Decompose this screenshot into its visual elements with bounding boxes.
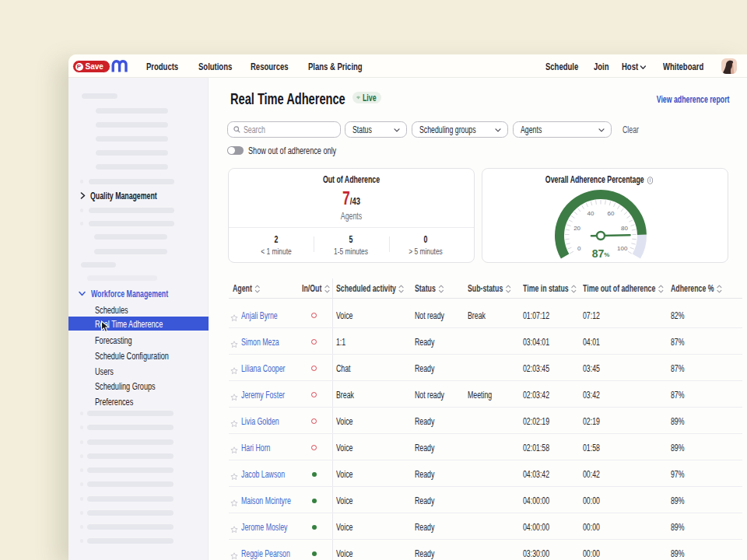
- svg-text:40: 40: [587, 210, 594, 217]
- svg-text:100: 100: [617, 245, 628, 252]
- svg-text:0: 0: [577, 245, 581, 252]
- svg-text:87%: 87%: [592, 247, 610, 260]
- svg-text:80: 80: [621, 225, 628, 232]
- svg-text:20: 20: [573, 225, 580, 232]
- svg-text:60: 60: [608, 210, 615, 217]
